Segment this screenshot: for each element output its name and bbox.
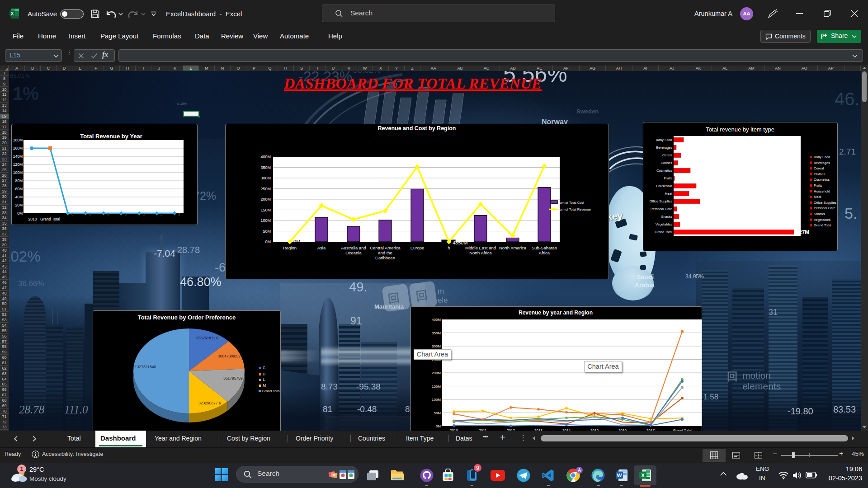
svg-text:Grand Total: Grand Total (814, 223, 831, 227)
svg-text:Total Revenue by Order Prefere: Total Revenue by Order Preference (138, 314, 236, 321)
svg-text:Fruits: Fruits (664, 176, 672, 180)
svg-text:Asia: Asia (317, 245, 326, 250)
svg-text:Meat: Meat (665, 192, 673, 196)
svg-text:Central America: Central America (370, 245, 401, 250)
svg-text:X: X (641, 473, 645, 478)
svg-text:Snacks: Snacks (661, 215, 672, 219)
svg-text:Grand Total: Grand Total (655, 230, 672, 234)
svg-text:100M: 100M (13, 170, 23, 175)
svg-text:Vegetables: Vegetables (656, 222, 672, 226)
svg-text:Grand Total: Grand Total (40, 217, 60, 221)
svg-text:60M: 60M (15, 187, 23, 191)
svg-text:Cosmetics: Cosmetics (656, 169, 672, 173)
svg-text:306473892.2: 306473892.2 (218, 354, 241, 358)
svg-text:Caribbean: Caribbean (375, 255, 395, 260)
svg-text:0: 0 (89, 212, 91, 216)
svg-text:X: X (10, 11, 14, 16)
svg-text:um of Total Revenue: um of Total Revenue (560, 207, 591, 211)
svg-text:Region: Region (283, 245, 297, 250)
svg-text:120M: 120M (13, 162, 23, 167)
svg-text:250M: 250M (260, 187, 271, 191)
svg-text:0M: 0M (265, 239, 271, 244)
svg-text:361795759: 361795759 (223, 376, 243, 380)
svg-text:Personal Care: Personal Care (651, 207, 672, 211)
svg-text:0M: 0M (17, 211, 23, 216)
svg-text:50M: 50M (263, 229, 271, 234)
svg-text:100M: 100M (432, 398, 441, 402)
svg-text:200M: 200M (432, 371, 441, 375)
svg-text:W: W (617, 473, 622, 478)
svg-text:um of Total Cost: um of Total Cost (560, 201, 585, 205)
svg-text:0M: 0M (436, 424, 441, 428)
svg-text:2010: 2010 (28, 217, 37, 221)
svg-text:Baby Food: Baby Food (656, 138, 672, 142)
svg-text:L: L (263, 377, 265, 382)
svg-text:Total Revenue by Year: Total Revenue by Year (80, 133, 142, 140)
svg-text:0: 0 (71, 212, 74, 216)
svg-text:Household: Household (814, 189, 830, 193)
svg-text:Revenue by year and Region: Revenue by year and Region (519, 310, 593, 316)
svg-text:Cereal: Cereal (814, 166, 824, 170)
svg-text:350M: 350M (432, 331, 441, 335)
svg-text:400M: 400M (432, 318, 441, 322)
svg-text:Cosmetics: Cosmetics (814, 178, 830, 182)
svg-text:180M: 180M (13, 138, 23, 142)
svg-text:Vegetables: Vegetables (814, 218, 830, 222)
svg-text:C: C (263, 366, 265, 370)
svg-text:350M: 350M (260, 165, 271, 170)
svg-text:Snacks: Snacks (814, 212, 825, 216)
svg-text:Australia and: Australia and (341, 245, 366, 250)
svg-text:M: M (263, 383, 266, 388)
svg-text:North America: North America (499, 245, 527, 250)
svg-text:335761811.6: 335761811.6 (196, 336, 218, 340)
svg-text:Cereal: Cereal (662, 153, 672, 157)
svg-text:0: 0 (125, 212, 127, 216)
svg-text:0: 0 (160, 212, 163, 216)
svg-text:Sub-Saharan: Sub-Saharan (532, 245, 557, 250)
svg-text:Office Supplies: Office Supplies (650, 199, 673, 203)
svg-text:Office Supplies: Office Supplies (814, 201, 837, 205)
svg-text:200M: 200M (260, 197, 271, 202)
svg-text:Clothes: Clothes (661, 161, 673, 165)
svg-text:27M: 27M (799, 229, 809, 235)
svg-text:0: 0 (178, 212, 180, 216)
svg-text:1327321840: 1327321840 (135, 365, 156, 369)
svg-text:Europe: Europe (410, 245, 425, 250)
svg-text:Africa: Africa (539, 250, 550, 255)
svg-text:80M: 80M (15, 178, 23, 183)
svg-text:H: H (263, 372, 265, 376)
svg-text:Total revenue by item type: Total revenue by item type (706, 126, 774, 133)
svg-text:400M: 400M (260, 155, 271, 159)
svg-text:300M: 300M (260, 176, 271, 180)
svg-text:100M: 100M (260, 218, 271, 223)
svg-text:0: 0 (143, 212, 145, 216)
svg-text:150M: 150M (260, 208, 271, 212)
svg-text:300M: 300M (432, 344, 441, 348)
svg-text:Grand Total: Grand Total (262, 389, 280, 393)
svg-text:Revenue and Cost by Region: Revenue and Cost by Region (378, 125, 456, 131)
svg-text:Baby Food: Baby Food (814, 155, 830, 159)
svg-text:4850M: 4850M (453, 240, 468, 245)
svg-text:Beverages: Beverages (814, 161, 830, 165)
svg-text:0: 0 (107, 212, 109, 216)
svg-text:North Africa: North Africa (469, 250, 492, 255)
svg-text:Fruits: Fruits (814, 183, 822, 188)
svg-text:Middle East and: Middle East and (465, 245, 496, 250)
svg-text:and the: and the (378, 250, 392, 255)
svg-text:50M: 50M (434, 411, 441, 415)
svg-text:323290377.6: 323290377.6 (198, 401, 221, 405)
svg-text:Meat: Meat (814, 195, 822, 199)
svg-text:0M: 0M (293, 239, 300, 244)
svg-text:Personal Care: Personal Care (814, 206, 835, 210)
svg-text:40M: 40M (15, 195, 23, 199)
svg-text:Household: Household (656, 184, 672, 188)
svg-text:150M: 150M (432, 385, 441, 389)
svg-text:h: h (448, 245, 450, 250)
svg-text:Clothes: Clothes (814, 172, 826, 176)
svg-text:20M: 20M (15, 203, 23, 207)
svg-text:Beverages: Beverages (656, 145, 672, 150)
svg-text:160M: 160M (13, 146, 23, 150)
svg-text:Oceania: Oceania (345, 250, 362, 255)
svg-text:140M: 140M (13, 154, 23, 159)
